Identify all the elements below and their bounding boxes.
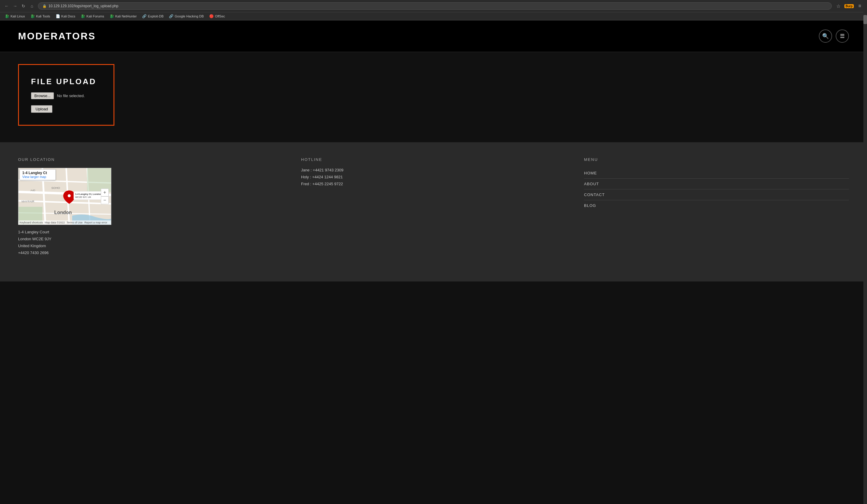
file-input-row: Browse... No file selected. <box>31 92 101 99</box>
footer-hotline-col: HOTLINE Jane : +4421 9743 2309 Holy : +4… <box>301 157 566 186</box>
browser-actions: ☆ Burp ≡ <box>834 2 864 10</box>
address-lines: 1-4 Langley Court London WC2E 9JY United… <box>18 230 283 255</box>
hamburger-icon: ☰ <box>840 33 845 40</box>
nav-buttons: ← → ↻ ⌂ <box>3 2 35 10</box>
map-bottom-bar: Keyboard shortcuts Map data ©2022 Terms … <box>18 220 111 224</box>
url-text: 10.129.129.102/logs/report_log_upload.ph… <box>49 4 118 8</box>
report-link[interactable]: Report a map error <box>84 221 107 224</box>
hotline-list: Jane : +4421 9743 2309 Holy : +4424 1244… <box>301 168 566 186</box>
svg-point-15 <box>68 194 71 197</box>
forward-button[interactable]: → <box>11 2 19 10</box>
exploit-db-icon: 🔗 <box>142 14 147 18</box>
svg-text:WC2E 9JY, UK: WC2E 9JY, UK <box>75 196 92 198</box>
bookmarks-bar: 🐉 Kali Linux 🐉 Kali Tools 📄 Kali Docs 🐉 … <box>0 12 867 20</box>
zoom-out-button[interactable]: − <box>101 196 109 204</box>
reload-button[interactable]: ↻ <box>20 2 27 10</box>
bookmark-kali-nethunter[interactable]: 🐉 Kali NetHunter <box>108 13 139 19</box>
bookmark-kali-docs[interactable]: 📄 Kali Docs <box>54 13 77 19</box>
zoom-in-button[interactable]: + <box>101 188 109 196</box>
main-content: FILE UPLOAD Browse... No file selected. … <box>0 52 867 142</box>
site-wrapper: MODERATORS 🔍 ☰ FILE UPLOAD Browse... No … <box>0 20 867 282</box>
bookmark-google-hacking-db[interactable]: 🔗 Google Hacking DB <box>167 13 206 19</box>
svg-text:SOHO: SOHO <box>51 186 60 189</box>
bookmark-exploit-db[interactable]: 🔗 Exploit-DB <box>140 13 165 19</box>
hotline-jane: Jane : +4421 9743 2309 <box>301 168 566 172</box>
map-infobox: 1-4 Langley Ct View larger map <box>20 169 56 180</box>
kali-forums-icon: 🐉 <box>81 14 85 18</box>
address-bar[interactable]: 🔒 10.129.129.102/logs/report_log_upload.… <box>38 2 832 10</box>
map-container[interactable]: SOHO MAYFAIR London A40 1-4 Langley Ct, … <box>18 168 111 225</box>
kali-docs-icon: 📄 <box>56 14 60 18</box>
kali-linux-icon: 🐉 <box>5 14 9 18</box>
address-line-4: +4420 7430 2696 <box>18 251 283 255</box>
upload-button[interactable]: Upload <box>31 105 52 113</box>
address-line-3: United Kingdom <box>18 244 283 248</box>
kali-tools-icon: 🐉 <box>30 14 35 18</box>
search-icon: 🔍 <box>822 33 829 40</box>
address-line-1: 1-4 Langley Court <box>18 230 283 234</box>
map-data-label: Map data ©2022 <box>45 221 65 224</box>
scrollbar[interactable] <box>864 0 867 504</box>
burp-extension[interactable]: Burp <box>844 4 854 8</box>
svg-text:1-4 Langley Ct, London: 1-4 Langley Ct, London <box>75 193 102 196</box>
menu-title: MENU <box>584 157 849 162</box>
svg-text:London: London <box>54 210 72 215</box>
no-file-label: No file selected. <box>57 94 85 98</box>
bookmark-kali-forums[interactable]: 🐉 Kali Forums <box>79 13 106 19</box>
hotline-title: HOTLINE <box>301 157 566 162</box>
footer-nav-home[interactable]: HOME <box>584 168 849 179</box>
header-icons: 🔍 ☰ <box>819 30 849 43</box>
file-upload-title: FILE UPLOAD <box>31 77 101 86</box>
offsec-icon: 🔴 <box>209 14 214 18</box>
keyboard-shortcuts-link[interactable]: Keyboard shortcuts <box>20 221 43 224</box>
back-button[interactable]: ← <box>3 2 10 10</box>
google-hacking-db-icon: 🔗 <box>169 14 173 18</box>
terms-link[interactable]: Terms of Use <box>66 221 83 224</box>
browse-button[interactable]: Browse... <box>31 92 54 99</box>
site-header: MODERATORS 🔍 ☰ <box>0 20 867 52</box>
bookmark-kali-linux[interactable]: 🐉 Kali Linux <box>3 13 27 19</box>
footer-nav-contact[interactable]: CONTACT <box>584 189 849 200</box>
footer-nav-about[interactable]: ABOUT <box>584 179 849 189</box>
hotline-fred: Fred : +4425 2245 9722 <box>301 182 566 186</box>
site-logo: MODERATORS <box>18 31 96 42</box>
kali-nethunter-icon: 🐉 <box>109 14 114 18</box>
location-title: OUR LOCATION <box>18 157 283 162</box>
scrollbar-thumb[interactable] <box>864 15 867 24</box>
footer-nav-blog[interactable]: BLOG <box>584 200 849 211</box>
svg-text:MAYFAIR: MAYFAIR <box>22 200 35 203</box>
home-button[interactable]: ⌂ <box>28 2 35 10</box>
file-upload-box: FILE UPLOAD Browse... No file selected. … <box>18 64 114 126</box>
star-button[interactable]: ☆ <box>834 2 843 10</box>
search-button[interactable]: 🔍 <box>819 30 832 43</box>
map-zoom-controls: + − <box>101 188 109 204</box>
menu-button[interactable]: ☰ <box>836 30 849 43</box>
map-place-name: 1-4 Langley Ct <box>22 171 53 175</box>
lock-icon: 🔒 <box>42 4 47 8</box>
browser-menu-button[interactable]: ≡ <box>856 2 864 10</box>
footer-nav: HOME ABOUT CONTACT BLOG <box>584 168 849 211</box>
browser-chrome: ← → ↻ ⌂ 🔒 10.129.129.102/logs/report_log… <box>0 0 867 12</box>
bookmark-offsec[interactable]: 🔴 OffSec <box>207 13 227 19</box>
bookmark-kali-tools[interactable]: 🐉 Kali Tools <box>29 13 52 19</box>
footer-menu-col: MENU HOME ABOUT CONTACT BLOG <box>584 157 849 211</box>
map-view-larger-link[interactable]: View larger map <box>22 175 46 179</box>
footer-location-col: OUR LOCATION <box>18 157 283 258</box>
site-footer: OUR LOCATION <box>0 142 867 282</box>
svg-text:A40: A40 <box>30 189 35 192</box>
hotline-holy: Holy : +4424 1244 9821 <box>301 175 566 179</box>
address-line-2: London WC2E 9JY <box>18 237 283 241</box>
